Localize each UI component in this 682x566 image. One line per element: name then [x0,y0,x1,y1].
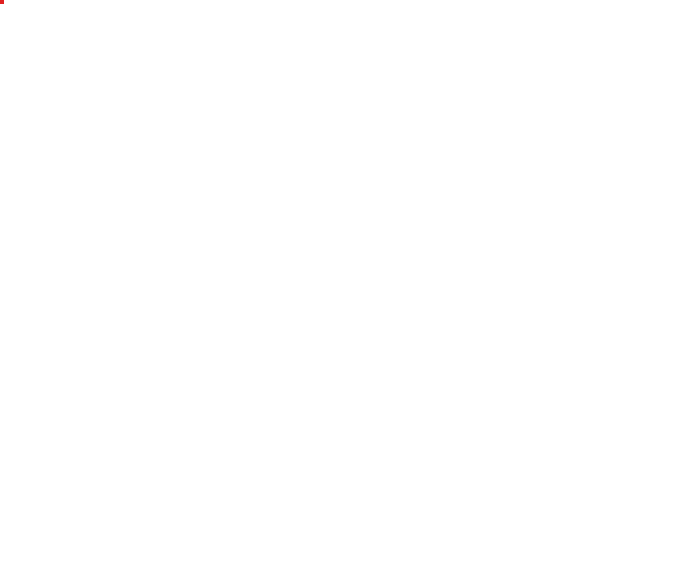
annotation-highlight-box [0,0,4,4]
